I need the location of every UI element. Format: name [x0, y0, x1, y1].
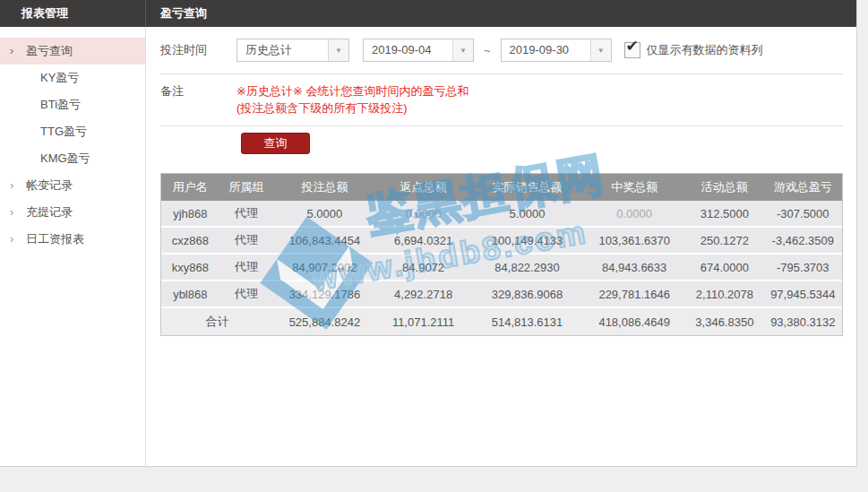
filter-row-note: 备注 ※历史总计※ 会统计您查询时间内的盈亏总和 (投注总额含下级的所有下级投注… [160, 74, 843, 126]
chevron-down-icon[interactable]: ▼ [590, 39, 611, 61]
table-cell: 代理 [219, 227, 274, 254]
sidebar-title: 报表管理 [0, 0, 146, 27]
page-title: 盈亏查询 [160, 0, 207, 27]
table-cell: 6,694.0321 [375, 227, 470, 254]
total-cell: 93,380.3132 [764, 307, 842, 335]
sidebar-item-label: 充提记录 [26, 205, 73, 219]
table-cell: 103,361.6370 [583, 227, 685, 254]
date-from-picker[interactable]: 2019-09-04 ▼ [363, 39, 474, 62]
table-cell: -307.5000 [764, 201, 842, 227]
total-cell: 3,346.8350 [685, 307, 763, 335]
sidebar-item-label: 帐变记录 [26, 178, 73, 192]
table-cell: 106,843.4454 [273, 227, 375, 254]
table-cell: cxz868 [161, 227, 219, 254]
table-cell: yjh868 [161, 201, 219, 227]
note-text: ※历史总计※ 会统计您查询时间内的盈亏总和 (投注总额含下级的所有下级投注) [236, 82, 468, 117]
table-cell: 334,129.1786 [273, 281, 375, 307]
table-cell: 5.0000 [471, 201, 583, 227]
only-data-columns-checkbox[interactable]: ✔ [624, 42, 640, 58]
total-cell: 418,086.4649 [583, 307, 685, 335]
column-header: 实际销售总额 [471, 174, 583, 201]
column-header: 用户名 [161, 174, 219, 201]
table-cell: 674.0000 [685, 254, 763, 281]
profit-loss-table-wrap: 用户名所属组投注总额返点总额实际销售总额中奖总额活动总额游戏总盈亏 yjh868… [160, 173, 843, 336]
date-range-separator: ~ [484, 44, 491, 57]
table-cell: 0.0000 [583, 201, 685, 227]
sidebar-item-label: 盈亏查询 [26, 44, 73, 57]
total-cell: 11,071.2111 [375, 307, 470, 335]
chevron-down-icon[interactable]: ▼ [328, 39, 348, 61]
sidebar-item-BTi盈亏[interactable]: BTi盈亏 [0, 91, 145, 118]
sidebar-item-盈亏查询[interactable]: ›盈亏查询 [0, 38, 145, 65]
table-cell: ybl868 [161, 281, 219, 307]
table-cell: 代理 [219, 281, 274, 307]
sidebar-item-TTG盈亏[interactable]: TTG盈亏 [0, 118, 145, 145]
table-body: yjh868代理5.00000.00005.00000.0000312.5000… [161, 201, 842, 307]
filter-row-time: 投注时间 历史总计 ▼ 2019-09-04 ▼ ~ 2019-09-30 ▼ … [160, 27, 843, 74]
table-row: cxz868代理106,843.44546,694.0321100,149.41… [161, 227, 842, 254]
table-cell: 97,945.5344 [764, 281, 842, 307]
date-to-value: 2019-09-30 [502, 39, 590, 61]
total-cell: 514,813.6131 [471, 307, 583, 335]
table-cell: 84,907.2002 [273, 254, 375, 281]
table-cell: 329,836.9068 [471, 281, 583, 307]
sidebar-item-label: BTi盈亏 [40, 98, 81, 111]
sidebar-item-帐变记录[interactable]: ›帐变记录 [0, 172, 145, 199]
table-cell: kxy868 [161, 254, 219, 281]
sidebar-item-label: TTG盈亏 [40, 125, 87, 138]
main-content: 投注时间 历史总计 ▼ 2019-09-04 ▼ ~ 2019-09-30 ▼ … [147, 27, 856, 466]
table-cell: 5.0000 [273, 201, 375, 227]
profit-loss-table: 用户名所属组投注总额返点总额实际销售总额中奖总额活动总额游戏总盈亏 yjh868… [161, 174, 842, 335]
sidebar-menu: ›盈亏查询KY盈亏BTi盈亏TTG盈亏KMG盈亏›帐变记录›充提记录›日工资报表 [0, 27, 146, 466]
chevron-right-icon: › [10, 38, 13, 65]
table-row: yjh868代理5.00000.00005.00000.0000312.5000… [161, 201, 842, 227]
column-header: 游戏总盈亏 [764, 174, 842, 201]
date-to-picker[interactable]: 2019-09-30 ▼ [501, 39, 612, 62]
sidebar-item-KY盈亏[interactable]: KY盈亏 [0, 65, 145, 91]
app-window: 报表管理 盈亏查询 ›盈亏查询KY盈亏BTi盈亏TTG盈亏KMG盈亏›帐变记录›… [0, 0, 857, 467]
total-label: 合计 [161, 307, 273, 335]
table-cell: 84,822.2930 [471, 254, 583, 281]
chevron-right-icon: › [10, 172, 13, 199]
bet-time-label: 投注时间 [160, 42, 236, 58]
table-cell: 4,292.2718 [375, 281, 470, 307]
table-cell: 250.1272 [685, 227, 763, 254]
date-from-value: 2019-09-04 [364, 39, 452, 61]
table-row: ybl868代理334,129.17864,292.2718329,836.90… [161, 281, 842, 307]
column-header: 所属组 [219, 174, 274, 201]
chevron-right-icon: › [10, 199, 13, 226]
sidebar-item-日工资报表[interactable]: ›日工资报表 [0, 226, 145, 253]
table-cell: 84,943.6633 [583, 254, 685, 281]
sidebar-item-label: 日工资报表 [26, 232, 84, 246]
chevron-down-icon[interactable]: ▼ [452, 39, 473, 61]
sidebar-item-充提记录[interactable]: ›充提记录 [0, 199, 145, 226]
sidebar-item-label: KMG盈亏 [40, 151, 90, 165]
chevron-right-icon: › [10, 226, 13, 253]
column-header: 返点总额 [375, 174, 470, 201]
table-cell: -795.3703 [764, 254, 842, 281]
checkmark-icon: ✔ [626, 37, 639, 56]
sidebar-item-KMG盈亏[interactable]: KMG盈亏 [0, 145, 145, 172]
table-row: kxy868代理84,907.200284.907284,822.293084,… [161, 254, 842, 281]
table-total-row: 合计525,884.824211,071.2111514,813.6131418… [161, 307, 842, 335]
table-cell: 2,110.2078 [685, 281, 763, 307]
table-cell: 代理 [219, 201, 274, 227]
button-row: 查询 [160, 126, 843, 154]
table-cell: 84.9072 [375, 254, 470, 281]
table-cell: 312.5000 [685, 201, 763, 227]
note-line-1: ※历史总计※ 会统计您查询时间内的盈亏总和 [236, 82, 468, 99]
table-header-row: 用户名所属组投注总额返点总额实际销售总额中奖总额活动总额游戏总盈亏 [161, 174, 842, 201]
column-header: 活动总额 [685, 174, 763, 201]
table-cell: 229,781.1646 [583, 281, 685, 307]
table-cell: 100,149.4133 [471, 227, 583, 254]
period-select[interactable]: 历史总计 ▼ [236, 39, 349, 62]
query-button[interactable]: 查询 [241, 133, 310, 154]
column-header: 中奖总额 [583, 174, 685, 201]
only-data-columns-label: 仅显示有数据的资料列 [647, 42, 763, 58]
period-select-value: 历史总计 [237, 39, 328, 61]
total-cell: 525,884.8242 [273, 307, 375, 335]
table-cell: 代理 [219, 254, 274, 281]
table-cell: 0.0000 [375, 201, 470, 227]
note-label: 备注 [160, 82, 236, 117]
column-header: 投注总额 [273, 174, 375, 201]
